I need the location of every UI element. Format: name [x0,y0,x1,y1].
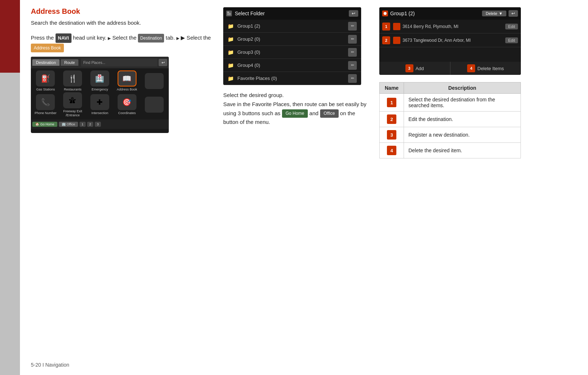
table-header-description: Description [404,82,521,94]
nav-search-text: Find Places... [83,61,105,65]
table-desc-4: Delete the desired item. [404,143,521,158]
folder-item-favorites: 📁 Favorite Places (0) ✏ [223,72,361,85]
add-label: Add [416,66,424,71]
inline-instruction: Press the NAVI head unit key. ▶ Select t… [31,33,212,52]
group-address-item-1: 1 3614 Berry Rd, Plymouth, MI Edit [379,20,521,33]
body-text-3: and [309,110,318,116]
table-header-name: Name [380,82,404,94]
office-inline-btn: Office [320,109,339,118]
group-dropdown-label: Delete [486,11,497,16]
folder-item-icon-3: 📁 [228,49,234,55]
nav-icon-emergency: 🏥 Emergency [87,70,113,92]
address-book-heading: Address Book [31,7,212,16]
home-icon: 🏠 [35,122,39,126]
folder-item-name-3: Group3 (0) [237,49,348,55]
folder-edit-btn-2[interactable]: ✏ [348,35,357,44]
nav-top-bar: Destination Route Find Places... ↩ [31,57,169,68]
triangle-icon-2: ▶ [176,35,179,42]
num-badge-3: 3 [387,130,396,140]
nav-num-2: 2 [87,122,93,127]
group-title-text: Group1 (2) [390,11,480,16]
restaurants-icon-box: 🍴 [63,70,82,86]
freeway-label: Freeway Exit /Entrance [60,109,86,117]
nav-screenshot-mockup: Destination Route Find Places... ↩ ⛽ Gas… [31,57,169,133]
instruction-text-3: Select the [112,35,136,41]
nav-icon-empty2 [141,92,167,117]
navi-button: NAVI [56,33,72,43]
nav-bottom-bar: 🏠 Go Home 🏢 Office 1 2 3 [31,120,169,129]
phone-label: Phone Number [34,111,57,115]
sidebar-gray-bar [0,73,20,375]
col3-group: Group1 (2) Delete ▼ ↩ 1 3614 Berry Rd, P… [379,7,577,358]
nav-back-btn: ↩ [159,59,167,66]
folder-item-name-1: Group1 (2) [237,23,348,29]
coordinates-label: Coordinates [118,111,136,115]
folder-edit-btn-1[interactable]: ✏ [348,22,357,31]
group-bottom-bar: 3 Add 4 Delete Items [379,62,521,75]
restaurants-label: Restaurants [64,88,82,92]
phone-icon-box: 📞 [36,94,55,110]
columns-container: Address Book Search the destination with… [31,7,577,358]
folder-item-icon-5: 📁 [228,76,234,81]
delete-items-label: Delete Items [477,66,504,71]
emergency-icon-box: 🏥 [90,70,109,86]
group-add-btn[interactable]: 3 Add [379,62,450,75]
folder-edit-btn-3[interactable]: ✏ [348,48,357,57]
addressbook-icon-box: 📖 [118,70,136,86]
footer-text: 5-20 I Navigation [31,362,69,368]
intersection-icon-box: ✚ [90,94,109,110]
folder-top-bar: Select Folder ↩ [223,7,361,20]
table-desc-2: Edit the destination. [404,112,521,127]
addr-badge-2: 2 [382,36,390,44]
instruction-text-4: tab. [166,35,175,41]
emergency-label: Emergency [91,88,108,92]
folder-item-name-4: Group4 (0) [237,62,348,68]
table-num-2: 2 [380,112,404,127]
nav-search-box: Find Places... [81,59,158,66]
folder-item-group1: 📁 Group1 (2) ✏ [223,20,361,33]
instruction-text-2: head unit key. [73,35,106,41]
nav-icon-intersection: ✚ Intersection [87,92,113,117]
page-footer: 5-20 I Navigation [31,358,577,368]
empty1-icon-box [145,73,164,89]
folder-item-group2: 📁 Group2 (0) ✏ [223,33,361,46]
folder-edit-btn-4[interactable]: ✏ [348,61,357,70]
num-badge-2: 2 [387,114,396,124]
table-desc-1: Select the desired destination from the … [404,94,521,112]
freeway-icon-box: 🛣 [63,92,82,108]
nav-icon-restaurants: 🍴 Restaurants [60,70,86,92]
folder-edit-btn-5[interactable]: ✏ [348,74,357,83]
num-badge-4: 4 [387,146,396,155]
empty2-icon-box [145,97,164,113]
group-delete-btn[interactable]: 4 Delete Items [450,62,521,75]
folder-item-group3: 📁 Group3 (0) ✏ [223,46,361,59]
nav-tab-route: Route [61,59,78,66]
addr-edit-btn-2[interactable]: Edit [505,37,518,43]
addr-icon-1 [393,23,400,30]
svg-point-2 [384,12,387,15]
coordinates-icon-box: 🎯 [118,94,136,110]
group-screenshot: Group1 (2) Delete ▼ ↩ 1 3614 Berry Rd, P… [379,7,521,75]
col2-body-text-1: Select the desired group. [223,91,368,100]
folder-item-icon-2: 📁 [228,36,234,42]
nav-icons-grid: ⛽ Gas Stations 🍴 Restaurants 🏥 Emergency… [31,68,169,119]
nav-icon-phone: 📞 Phone Number [32,92,59,117]
table-row: 2 Edit the destination. [380,112,521,127]
addr-edit-btn-1[interactable]: Edit [505,24,518,29]
folder-screenshot: Select Folder ↩ 📁 Group1 (2) ✏ 📁 Group2 … [223,7,361,85]
group-dropdown[interactable]: Delete ▼ [482,11,506,16]
addr-text-2: 3673 Tanglewood Dr, Ann Arbor, MI [403,38,505,43]
sidebar-red-bar [0,0,20,73]
main-content: Address Book Search the destination with… [20,0,588,375]
group-top-bar: Group1 (2) Delete ▼ ↩ [379,7,521,20]
gas-icon-box: ⛽ [36,70,55,86]
folder-top-icon [226,11,232,16]
group-back-btn[interactable]: ↩ [509,10,518,17]
nav-icon-freeway: 🛣 Freeway Exit /Entrance [60,92,86,117]
triangle-icon-1: ▶ [108,35,111,42]
instruction-text-1: Press the [31,35,54,41]
col2-body-text-2: Save in the Favorite Places, then route … [223,100,368,127]
office-icon: 🏢 [62,122,66,126]
go-home-inline-btn: Go Home [282,109,308,118]
table-num-3: 3 [380,127,404,143]
